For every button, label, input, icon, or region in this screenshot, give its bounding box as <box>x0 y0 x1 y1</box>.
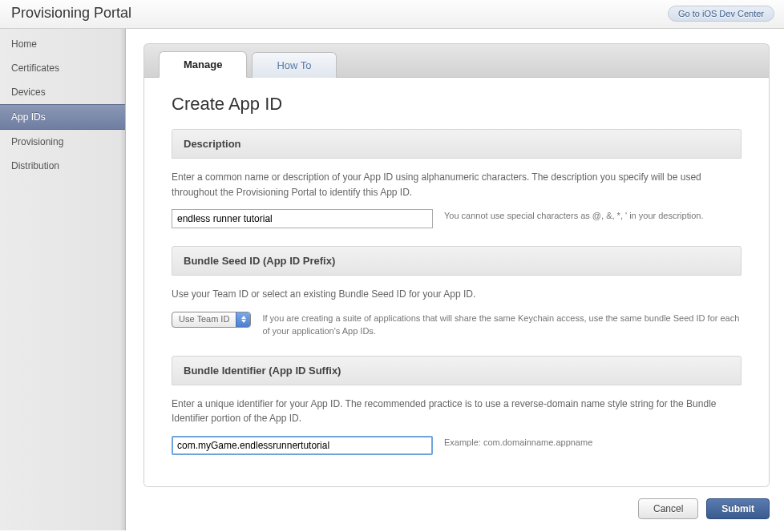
section-body-bundle-seed: Use your Team ID or select an existing B… <box>172 276 742 356</box>
buttons-row: Cancel Submit <box>129 487 784 530</box>
submit-button[interactable]: Submit <box>706 498 770 519</box>
page-title: Create App ID <box>172 94 742 115</box>
sidebar-item-provisioning[interactable]: Provisioning <box>0 130 125 154</box>
sidebar-item-home[interactable]: Home <box>0 32 125 56</box>
section-body-bundle-identifier: Enter a unique identifier for your App I… <box>172 385 742 473</box>
bundle-identifier-hint: Example: com.domainname.appname <box>444 436 742 449</box>
portal-title: Provisioning Portal <box>11 5 131 22</box>
tab-manage[interactable]: Manage <box>159 51 247 78</box>
content-area: Create App ID Description Enter a common… <box>143 77 770 487</box>
main-panel: Manage How To Create App ID Description … <box>126 29 784 530</box>
sidebar-item-distribution[interactable]: Distribution <box>0 154 125 178</box>
tab-how-to[interactable]: How To <box>252 52 336 78</box>
sidebar-item-app-ids[interactable]: App IDs <box>0 104 125 130</box>
sidebar-item-certificates[interactable]: Certificates <box>0 56 125 80</box>
bundle-seed-help-text: Use your Team ID or select an existing B… <box>172 287 742 302</box>
section-header-description: Description <box>172 129 742 159</box>
sidebar-item-devices[interactable]: Devices <box>0 80 125 104</box>
description-input[interactable] <box>172 209 433 228</box>
bundle-seed-select-value: Use Team ID <box>172 312 236 326</box>
bundle-identifier-help-text: Enter a unique identifier for your App I… <box>172 397 742 426</box>
section-header-bundle-identifier: Bundle Identifier (App ID Suffix) <box>172 356 742 385</box>
section-header-bundle-seed: Bundle Seed ID (App ID Prefix) <box>172 246 742 276</box>
sidebar: Home Certificates Devices App IDs Provis… <box>0 29 126 530</box>
header-bar: Provisioning Portal Go to iOS Dev Center <box>0 0 784 29</box>
section-body-description: Enter a common name or description of yo… <box>172 159 742 246</box>
select-updown-icon <box>236 312 250 327</box>
bundle-identifier-input[interactable] <box>172 436 433 455</box>
bundle-seed-select[interactable]: Use Team ID <box>172 312 251 328</box>
description-hint: You cannot use special characters as @, … <box>444 209 742 223</box>
tabs-bar: Manage How To <box>143 43 770 77</box>
cancel-button[interactable]: Cancel <box>638 498 698 519</box>
description-help-text: Enter a common name or description of yo… <box>172 170 742 200</box>
bundle-seed-hint: If you are creating a suite of applicati… <box>262 312 742 338</box>
dev-center-link[interactable]: Go to iOS Dev Center <box>668 6 774 22</box>
